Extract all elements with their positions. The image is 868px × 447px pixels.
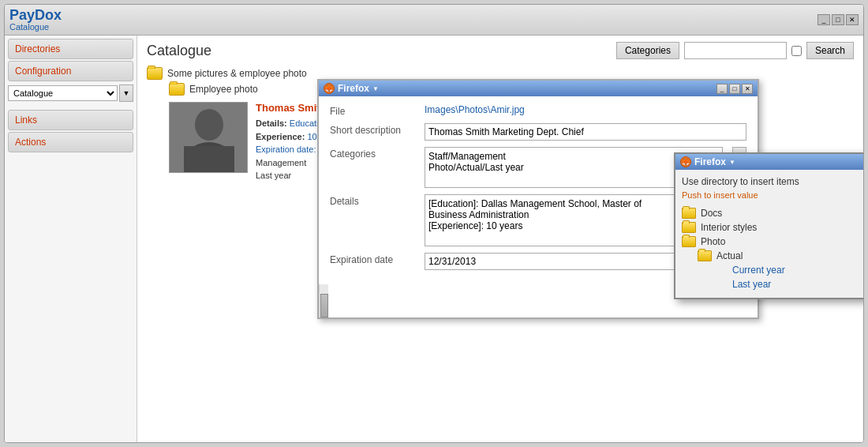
dir-push-text: Push to insert value: [682, 190, 863, 200]
experience-label: Experience:: [256, 132, 305, 141]
main-content: Directories Configuration Catalogue ▼ Li…: [5, 36, 863, 442]
sidebar-item-links[interactable]: Links: [8, 110, 133, 130]
shortdesc-input[interactable]: [425, 123, 746, 141]
app-logo: PayDox Catalogue: [9, 8, 62, 32]
catalogue-dropdown-btn[interactable]: ▼: [119, 85, 133, 102]
dir-title-left: 🦊 Firefox ▼: [680, 156, 735, 167]
dir-interior-label: Interior styles: [701, 222, 757, 233]
minimize-button[interactable]: _: [817, 14, 830, 25]
logo-text: PayDox: [9, 8, 62, 22]
content-area: Catalogue Categories Search Some picture…: [137, 36, 863, 442]
dir-folder-icon-actual: [698, 250, 712, 261]
scrollbar-thumb[interactable]: [320, 294, 328, 317]
svg-point-1: [195, 109, 223, 141]
close-button[interactable]: ✕: [846, 14, 859, 25]
details-textarea[interactable]: [Education]: Dallas Management School, M…: [425, 194, 707, 246]
expiration-input[interactable]: [425, 253, 707, 270]
maximize-button[interactable]: □: [832, 14, 844, 25]
category2: Last year: [256, 171, 291, 180]
directory-window: 🦊 Firefox ▼ _ □ ✕ Use directory to inser…: [674, 152, 863, 299]
directory-left: Use directory to insert items Push to in…: [675, 170, 863, 298]
firefox-dropdown-arrow[interactable]: ▼: [372, 85, 379, 92]
person-image: [170, 103, 247, 172]
page-header: Catalogue Categories Search: [147, 42, 854, 59]
title-bar: PayDox Catalogue _ □ ✕: [5, 5, 863, 36]
directory-title: Firefox: [694, 156, 726, 167]
search-input[interactable]: [684, 42, 787, 59]
firefox-close-btn[interactable]: ✕: [742, 84, 753, 94]
dir-folder-docs[interactable]: Docs: [682, 206, 863, 220]
dir-folder-photo[interactable]: Photo: [682, 235, 863, 249]
file-label: File: [330, 104, 417, 117]
sidebar-item-configuration[interactable]: Configuration: [8, 61, 133, 81]
dir-actual-label: Actual: [716, 250, 743, 261]
form-row-shortdesc: Short description: [330, 123, 746, 141]
dir-folder-icon-photo: [682, 236, 696, 247]
search-button[interactable]: Search: [806, 42, 854, 59]
dir-folder-icon-interior: [682, 222, 696, 233]
dir-actual-children: Current year Last year: [713, 263, 863, 291]
file-value: Images\Photos\Amir.jpg: [425, 104, 746, 115]
sidebar-item-directories[interactable]: Directories: [8, 39, 133, 59]
logo-subtitle: Catalogue: [9, 22, 49, 32]
main-window: PayDox Catalogue _ □ ✕ Directories Confi…: [4, 4, 864, 443]
categories-form-label: Categories: [330, 147, 417, 160]
dir-item-last-year[interactable]: Last year: [732, 277, 863, 291]
details-label: Details:: [256, 118, 287, 128]
dir-folder-interior[interactable]: Interior styles: [682, 220, 863, 235]
firefox-window-controls: _ □ ✕: [716, 84, 753, 94]
firefox-form-scrollbar[interactable]: [319, 284, 328, 317]
category1: Management: [256, 158, 306, 167]
firefox-form-titlebar: 🦊 Firefox ▼ _ □ ✕: [319, 81, 758, 96]
expiration-label: Expiration date:: [256, 145, 316, 154]
dir-photo-label: Photo: [701, 236, 725, 247]
form-row-file: File Images\Photos\Amir.jpg: [330, 104, 746, 117]
firefox-minimize-btn[interactable]: _: [716, 84, 728, 94]
header-right: Categories Search: [616, 42, 854, 59]
categories-button[interactable]: Categories: [616, 42, 679, 59]
page-title: Catalogue: [147, 43, 211, 59]
directory-body: Use directory to insert items Push to in…: [675, 170, 863, 298]
breadcrumb-label1[interactable]: Some pictures & employee photo: [167, 68, 307, 79]
window-controls: _ □ ✕: [817, 14, 859, 25]
dir-info-text: Use directory to insert items: [682, 176, 863, 187]
dir-folder-actual[interactable]: Actual: [698, 249, 863, 263]
catalogue-select[interactable]: Catalogue: [8, 85, 118, 101]
details-form-label: Details: [330, 194, 417, 207]
folder-icon-level2: [169, 83, 185, 96]
directory-titlebar: 🦊 Firefox ▼ _ □ ✕: [675, 154, 863, 170]
firefox-title-left: 🦊 Firefox ▼: [324, 83, 379, 94]
firefox-maximize-btn[interactable]: □: [729, 84, 740, 94]
sidebar: Directories Configuration Catalogue ▼ Li…: [5, 36, 137, 442]
expiration-form-label: Expiration date: [330, 253, 417, 265]
firefox-logo-icon: 🦊: [324, 83, 335, 94]
dir-dropdown-arrow[interactable]: ▼: [729, 159, 735, 166]
firefox-form-title: Firefox: [338, 83, 369, 94]
dir-photo-children: Actual Current year Last year: [698, 249, 863, 291]
dir-folder-icon-docs: [682, 208, 696, 219]
search-checkbox[interactable]: [791, 46, 802, 56]
dir-docs-label: Docs: [701, 208, 722, 219]
svg-rect-3: [184, 146, 234, 173]
dir-firefox-logo: 🦊: [680, 156, 691, 167]
dir-item-current-year[interactable]: Current year: [732, 263, 863, 277]
breadcrumb-label2[interactable]: Employee photo: [189, 84, 258, 95]
catalogue-select-wrap: Catalogue ▼: [8, 85, 133, 102]
sidebar-item-actions[interactable]: Actions: [8, 132, 133, 152]
employee-photo: [169, 102, 248, 173]
folder-icon-level1: [147, 67, 163, 80]
shortdesc-label: Short description: [330, 123, 417, 136]
